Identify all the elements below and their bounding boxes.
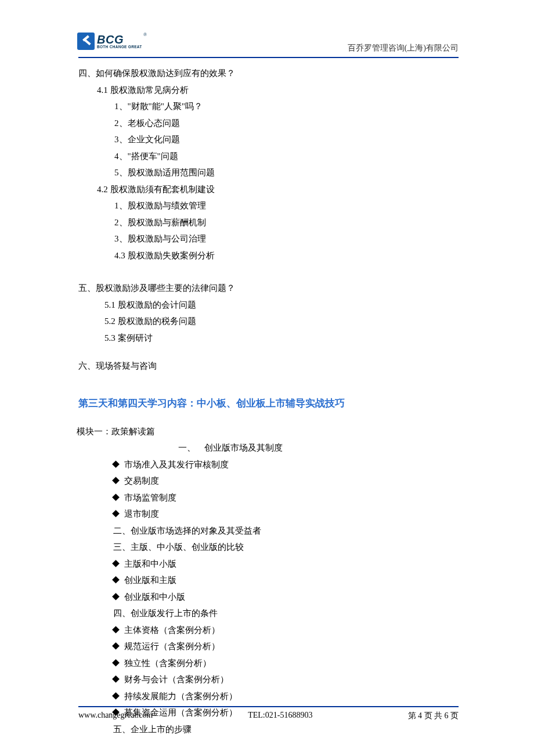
bullet-text: 独立性（含案例分析）	[124, 658, 211, 668]
bullet-item: 独立性（含案例分析）	[113, 655, 459, 672]
bullet-item: 规范运行（含案例分析）	[113, 638, 459, 655]
footer-tel: TEL:021-51688903	[248, 711, 312, 721]
logo-main-text: BCG	[97, 34, 142, 45]
bullet-text: 规范运行（含案例分析）	[124, 642, 220, 651]
module-1-sub1: 一、 创业版市场及其制度	[178, 440, 459, 456]
document-body: 四、如何确保股权激励达到应有的效果？ 4.1 股权激励常见病分析 1、"财散"能…	[78, 64, 459, 756]
bullet-text: 市场准入及其发行审核制度	[124, 460, 229, 469]
section-6-title: 六、现场答疑与咨询	[78, 358, 459, 375]
diamond-icon	[112, 593, 120, 600]
module-1-sub3: 三、主版、中小版、创业版的比较	[113, 539, 459, 556]
bullet-text: 创业版和主版	[124, 575, 176, 585]
bullet-item: 市场监管制度	[113, 489, 459, 506]
diamond-icon	[112, 460, 120, 468]
diamond-icon	[112, 675, 120, 683]
diamond-icon	[112, 494, 120, 501]
section-5-title: 五、股权激励涉及哪些主要的法律问题？	[78, 280, 459, 297]
section-4-title: 四、如何确保股权激励达到应有的效果？	[78, 65, 459, 82]
bullet-text: 主版和中小版	[124, 559, 176, 568]
diamond-icon	[112, 626, 120, 633]
company-name: 百乔罗管理咨询(上海)有限公司	[348, 43, 459, 53]
logo-icon	[77, 33, 95, 50]
diamond-icon	[112, 576, 120, 584]
page-footer: www.changegreat.com TEL:021-51688903 第 4…	[78, 706, 459, 721]
item-4-1-3: 3、企业文化问题	[114, 131, 459, 148]
item-4-1-4: 4、"搭便车"问题	[114, 148, 459, 165]
diamond-icon	[112, 642, 120, 650]
logo-sub-text: BOTH CHANGE GREAT	[97, 45, 142, 49]
blue-heading: 第三天和第四天学习内容：中小板、创业板上市辅导实战技巧	[78, 394, 459, 413]
bullet-item: 主版和中小版	[113, 556, 459, 573]
item-4-2-2: 2、股权激励与薪酬机制	[114, 214, 459, 231]
item-4-2-3: 3、股权激励与公司治理	[114, 231, 459, 247]
bullet-text: 财务与会计（含案例分析）	[124, 675, 229, 684]
diamond-icon	[112, 560, 120, 567]
item-4-1-2: 2、老板心态问题	[114, 115, 459, 132]
diamond-icon	[112, 692, 120, 700]
module-1-title: 模块一：政策解读篇	[77, 423, 459, 440]
bullet-item: 创业版和主版	[113, 572, 459, 589]
section-4-3: 4.3 股权激励失败案例分析	[114, 247, 459, 264]
item-4-1-5: 5、股权激励适用范围问题	[114, 164, 459, 181]
logo: BCG BOTH CHANGE GREAT ®	[77, 33, 147, 50]
footer-url: www.changegreat.com	[78, 711, 153, 721]
bullet-item: 主体资格（含案例分析）	[113, 622, 459, 639]
module-1-sub5: 五、企业上市的步骤	[113, 721, 459, 738]
bullet-item: 财务与会计（含案例分析）	[113, 671, 459, 688]
section-4-2: 4.2 股权激励须有配套机制建设	[97, 181, 459, 198]
section-5-2: 5.2 股权激励的税务问题	[104, 313, 459, 330]
bullet-item: 市场准入及其发行审核制度	[113, 456, 459, 473]
bullet-text: 退市制度	[124, 509, 159, 519]
section-5-3: 5.3 案例研讨	[104, 330, 459, 347]
bullet-text: 持续发展能力（含案例分析）	[124, 692, 237, 701]
item-4-2-1: 1、股权激励与绩效管理	[114, 197, 459, 214]
bullet-item: 创业版和中小版	[113, 589, 459, 606]
diamond-icon	[112, 659, 120, 667]
diamond-icon	[112, 510, 120, 517]
section-5-1: 5.1 股权激励的会计问题	[104, 297, 459, 314]
bullet-text: 创业版和中小版	[124, 592, 185, 602]
footer-divider	[78, 706, 459, 707]
module-1-sub4: 四、创业版发行上市的条件	[113, 605, 459, 622]
module-2-title: 模块二：法律篇	[78, 754, 459, 756]
item-4-1-1: 1、"财散"能"人聚"吗？	[114, 98, 459, 115]
bullet-item: 持续发展能力（含案例分析）	[113, 688, 459, 705]
footer-page: 第 4 页 共 6 页	[408, 711, 459, 721]
bullet-text: 主体资格（含案例分析）	[124, 625, 220, 635]
registered-mark: ®	[143, 31, 147, 37]
module-1-sub2: 二、创业版市场选择的对象及其受益者	[113, 523, 459, 539]
diamond-icon	[112, 477, 120, 484]
page-header: BCG BOTH CHANGE GREAT ® 百乔罗管理咨询(上海)有限公司	[78, 35, 459, 58]
bullet-item: 退市制度	[113, 506, 459, 523]
bullet-text: 市场监管制度	[124, 493, 176, 502]
section-4-1: 4.1 股权激励常见病分析	[97, 82, 459, 99]
bullet-text: 交易制度	[124, 476, 159, 485]
bullet-item: 交易制度	[113, 473, 459, 489]
